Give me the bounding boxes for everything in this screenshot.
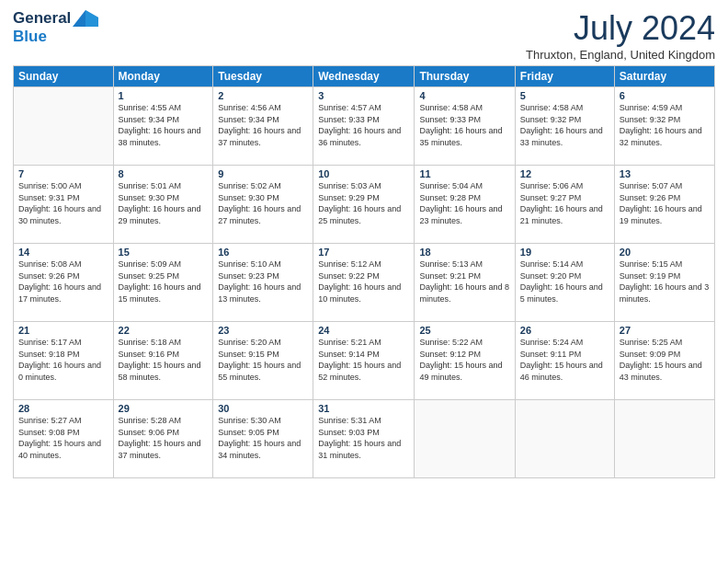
day-cell: 8 Sunrise: 5:01 AMSunset: 9:30 PMDayligh…	[113, 166, 213, 244]
day-info: Sunrise: 5:03 AMSunset: 9:29 PMDaylight:…	[318, 181, 401, 225]
day-number: 24	[318, 325, 409, 336]
day-cell: 31 Sunrise: 5:31 AMSunset: 9:03 PMDaylig…	[313, 400, 415, 478]
day-number: 22	[119, 325, 209, 336]
day-cell: 10 Sunrise: 5:03 AMSunset: 9:29 PMDaylig…	[313, 166, 415, 244]
day-cell: 3 Sunrise: 4:57 AMSunset: 9:33 PMDayligh…	[313, 87, 415, 166]
day-cell: 24 Sunrise: 5:21 AMSunset: 9:14 PMDaylig…	[313, 322, 415, 400]
day-info: Sunrise: 4:59 AMSunset: 9:32 PMDaylight:…	[620, 103, 702, 147]
day-cell: 17 Sunrise: 5:12 AMSunset: 9:22 PMDaylig…	[313, 244, 415, 322]
day-info: Sunrise: 5:25 AMSunset: 9:09 PMDaylight:…	[620, 338, 702, 382]
day-cell: 11 Sunrise: 5:04 AMSunset: 9:28 PMDaylig…	[415, 166, 515, 244]
day-cell: 1 Sunrise: 4:55 AMSunset: 9:34 PMDayligh…	[113, 87, 213, 166]
day-cell: 13 Sunrise: 5:07 AMSunset: 9:26 PMDaylig…	[614, 166, 714, 244]
day-info: Sunrise: 5:04 AMSunset: 9:28 PMDaylight:…	[419, 181, 502, 225]
day-info: Sunrise: 5:17 AMSunset: 9:18 PMDaylight:…	[18, 338, 101, 382]
day-number: 2	[218, 90, 308, 101]
day-number: 11	[419, 168, 509, 179]
week-row-1: 1 Sunrise: 4:55 AMSunset: 9:34 PMDayligh…	[14, 87, 715, 166]
logo: General Blue	[13, 9, 98, 46]
day-number: 25	[419, 325, 509, 336]
day-number: 12	[520, 168, 609, 179]
location: Thruxton, England, United Kingdom	[526, 48, 715, 62]
week-row-4: 21 Sunrise: 5:17 AMSunset: 9:18 PMDaylig…	[14, 322, 715, 400]
day-info: Sunrise: 5:07 AMSunset: 9:26 PMDaylight:…	[620, 181, 702, 225]
day-number: 23	[218, 325, 308, 336]
day-cell: 2 Sunrise: 4:56 AMSunset: 9:34 PMDayligh…	[213, 87, 313, 166]
calendar-table: SundayMondayTuesdayWednesdayThursdayFrid…	[13, 65, 715, 478]
col-header-saturday: Saturday	[614, 66, 714, 87]
logo-general: General	[13, 9, 71, 28]
logo-icon	[73, 10, 98, 27]
week-row-2: 7 Sunrise: 5:00 AMSunset: 9:31 PMDayligh…	[14, 166, 715, 244]
day-number: 7	[18, 168, 108, 179]
day-cell: 23 Sunrise: 5:20 AMSunset: 9:15 PMDaylig…	[213, 322, 313, 400]
day-info: Sunrise: 5:30 AMSunset: 9:05 PMDaylight:…	[218, 416, 301, 460]
day-info: Sunrise: 5:01 AMSunset: 9:30 PMDaylight:…	[119, 181, 201, 225]
day-number: 26	[520, 325, 609, 336]
day-info: Sunrise: 5:09 AMSunset: 9:25 PMDaylight:…	[119, 259, 201, 304]
day-cell: 29 Sunrise: 5:28 AMSunset: 9:06 PMDaylig…	[113, 400, 213, 478]
day-info: Sunrise: 5:14 AMSunset: 9:20 PMDaylight:…	[520, 259, 603, 304]
day-info: Sunrise: 4:57 AMSunset: 9:33 PMDaylight:…	[318, 103, 401, 147]
day-number: 14	[18, 247, 108, 258]
day-number: 13	[620, 168, 710, 179]
day-cell: 9 Sunrise: 5:02 AMSunset: 9:30 PMDayligh…	[213, 166, 313, 244]
day-number: 8	[119, 168, 209, 179]
day-cell	[614, 400, 714, 478]
day-cell: 30 Sunrise: 5:30 AMSunset: 9:05 PMDaylig…	[213, 400, 313, 478]
day-info: Sunrise: 5:24 AMSunset: 9:11 PMDaylight:…	[520, 338, 603, 382]
day-number: 31	[318, 403, 409, 414]
day-number: 10	[318, 168, 409, 179]
day-number: 20	[620, 247, 710, 258]
day-number: 5	[520, 90, 609, 101]
week-row-3: 14 Sunrise: 5:08 AMSunset: 9:26 PMDaylig…	[14, 244, 715, 322]
day-info: Sunrise: 5:18 AMSunset: 9:16 PMDaylight:…	[119, 338, 201, 382]
day-number: 17	[318, 247, 409, 258]
col-header-monday: Monday	[113, 66, 213, 87]
day-cell: 28 Sunrise: 5:27 AMSunset: 9:08 PMDaylig…	[14, 400, 114, 478]
day-info: Sunrise: 4:56 AMSunset: 9:34 PMDaylight:…	[218, 103, 301, 147]
day-cell: 4 Sunrise: 4:58 AMSunset: 9:33 PMDayligh…	[415, 87, 515, 166]
svg-marker-1	[85, 10, 98, 27]
day-info: Sunrise: 5:08 AMSunset: 9:26 PMDaylight:…	[18, 259, 101, 304]
header: General Blue July 2024 Thruxton, England…	[13, 9, 715, 62]
day-info: Sunrise: 5:10 AMSunset: 9:23 PMDaylight:…	[218, 259, 301, 304]
day-cell: 26 Sunrise: 5:24 AMSunset: 9:11 PMDaylig…	[515, 322, 614, 400]
calendar-page: General Blue July 2024 Thruxton, England…	[0, 0, 728, 563]
day-number: 15	[119, 247, 209, 258]
day-number: 4	[419, 90, 509, 101]
day-info: Sunrise: 4:55 AMSunset: 9:34 PMDaylight:…	[119, 103, 201, 147]
day-cell: 6 Sunrise: 4:59 AMSunset: 9:32 PMDayligh…	[614, 87, 714, 166]
logo-blue: Blue	[13, 28, 47, 45]
day-cell: 18 Sunrise: 5:13 AMSunset: 9:21 PMDaylig…	[415, 244, 515, 322]
day-info: Sunrise: 5:00 AMSunset: 9:31 PMDaylight:…	[18, 181, 101, 225]
month-title: July 2024	[526, 9, 715, 48]
col-header-wednesday: Wednesday	[313, 66, 415, 87]
day-cell: 20 Sunrise: 5:15 AMSunset: 9:19 PMDaylig…	[614, 244, 714, 322]
day-number: 19	[520, 247, 609, 258]
day-cell: 14 Sunrise: 5:08 AMSunset: 9:26 PMDaylig…	[14, 244, 114, 322]
day-number: 21	[18, 325, 108, 336]
day-number: 9	[218, 168, 308, 179]
day-info: Sunrise: 5:31 AMSunset: 9:03 PMDaylight:…	[318, 416, 401, 460]
day-info: Sunrise: 5:13 AMSunset: 9:21 PMDaylight:…	[419, 259, 509, 304]
day-cell: 22 Sunrise: 5:18 AMSunset: 9:16 PMDaylig…	[113, 322, 213, 400]
col-header-tuesday: Tuesday	[213, 66, 313, 87]
day-info: Sunrise: 5:06 AMSunset: 9:27 PMDaylight:…	[520, 181, 603, 225]
day-number: 3	[318, 90, 409, 101]
day-info: Sunrise: 5:21 AMSunset: 9:14 PMDaylight:…	[318, 338, 401, 382]
day-cell: 7 Sunrise: 5:00 AMSunset: 9:31 PMDayligh…	[14, 166, 114, 244]
day-number: 16	[218, 247, 308, 258]
day-number: 27	[620, 325, 710, 336]
col-header-sunday: Sunday	[14, 66, 114, 87]
day-cell: 19 Sunrise: 5:14 AMSunset: 9:20 PMDaylig…	[515, 244, 614, 322]
day-number: 30	[218, 403, 308, 414]
day-cell	[14, 87, 114, 166]
day-cell: 21 Sunrise: 5:17 AMSunset: 9:18 PMDaylig…	[14, 322, 114, 400]
day-info: Sunrise: 5:28 AMSunset: 9:06 PMDaylight:…	[119, 416, 201, 460]
day-number: 6	[620, 90, 710, 101]
calendar-header-row: SundayMondayTuesdayWednesdayThursdayFrid…	[14, 66, 715, 87]
day-number: 29	[119, 403, 209, 414]
week-row-5: 28 Sunrise: 5:27 AMSunset: 9:08 PMDaylig…	[14, 400, 715, 478]
day-cell: 25 Sunrise: 5:22 AMSunset: 9:12 PMDaylig…	[415, 322, 515, 400]
